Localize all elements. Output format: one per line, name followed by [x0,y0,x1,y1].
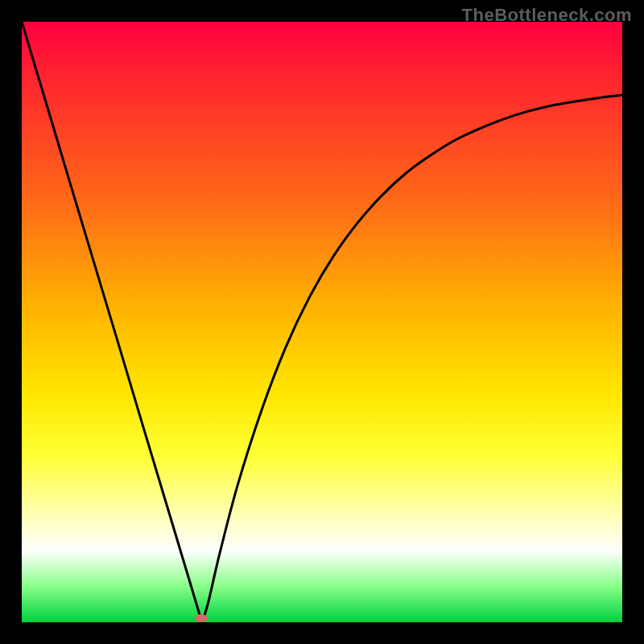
chart-curve [0,0,644,644]
chart-curve-right [202,95,622,622]
watermark-text: TheBottleneck.com [462,5,632,26]
chart-curve-left [22,22,202,622]
chart-stage: TheBottleneck.com [0,0,644,644]
chart-min-marker [195,614,208,622]
